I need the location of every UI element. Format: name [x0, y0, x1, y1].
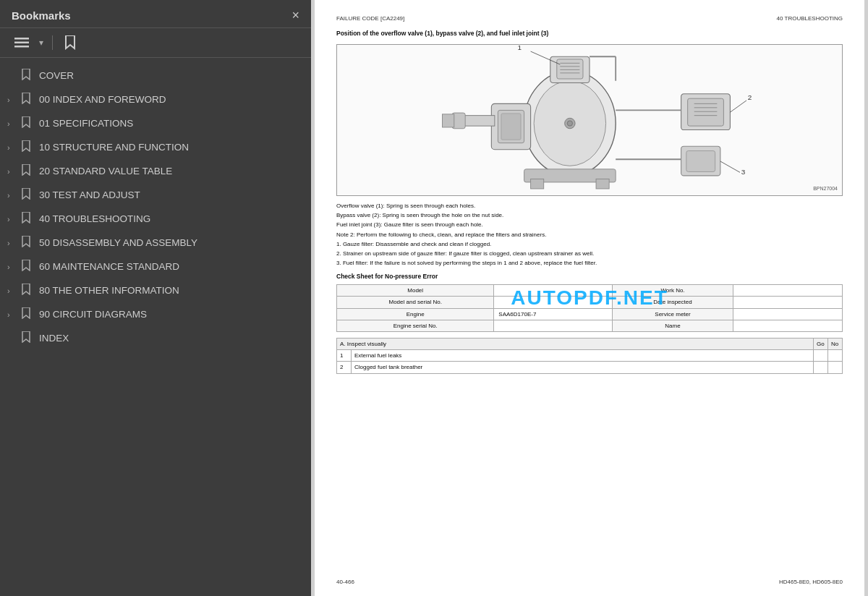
bookmark-icon: [64, 35, 76, 50]
svg-rect-10: [443, 114, 454, 127]
chevron-icon: ›: [7, 239, 17, 247]
sidebar-item-60-maint[interactable]: ›60 MAINTENANCE STANDARD: [0, 255, 311, 278]
sidebar-item-index[interactable]: INDEX: [0, 326, 311, 350]
info-cell: Service meter: [612, 308, 733, 320]
sidebar: Bookmarks × ▾ COVER›00 INDEX AND FOREWOR…: [0, 0, 311, 596]
section-title: Position of the overflow valve (1), bypa…: [336, 30, 843, 38]
no-cell: [828, 362, 843, 373]
info-table: ModelWork No.Model and serial No.Date in…: [336, 284, 843, 332]
info-cell: Model and serial No.: [337, 297, 494, 308]
info-cell: Engine: [337, 308, 494, 320]
bookmark-label: 80 THE OTHER INFORMATION: [39, 285, 299, 296]
chevron-icon: ›: [7, 215, 17, 224]
info-cell: Work No.: [612, 285, 733, 297]
go-col-header: Go: [814, 339, 828, 350]
note-line: Bypass valve (2): Spring is seen through…: [336, 211, 843, 219]
chevron-icon: ›: [7, 263, 17, 271]
svg-rect-24: [686, 151, 715, 172]
info-cell: [733, 285, 843, 297]
svg-text:1: 1: [518, 45, 522, 51]
no-cell: [828, 350, 843, 362]
bookmark-label: 50 DISASSEMBLY AND ASSEMBLY: [39, 237, 299, 248]
note-line: Overflow valve (1): Spring is seen throu…: [336, 202, 843, 210]
diagram-label: BPN27004: [813, 185, 838, 192]
info-cell: Engine serial No.: [337, 320, 494, 331]
bookmark-label: 90 CIRCUIT DIAGRAMS: [39, 309, 299, 320]
toolbar-divider: [52, 35, 53, 50]
info-cell: Model: [337, 285, 494, 297]
chevron-icon: ›: [7, 167, 17, 176]
svg-rect-18: [688, 98, 724, 126]
sidebar-item-20-std[interactable]: ›20 STANDARD VALUE TABLE: [0, 159, 311, 183]
sidebar-close-button[interactable]: ×: [292, 9, 299, 22]
svg-rect-0: [14, 38, 29, 40]
bookmark-icon: [22, 307, 35, 321]
sidebar-item-cover[interactable]: COVER: [0, 64, 311, 88]
bookmark-label: INDEX: [39, 333, 299, 344]
svg-line-31: [730, 101, 746, 112]
check-table-header: A. Inspect visually: [337, 339, 814, 350]
sidebar-item-30-test[interactable]: ›30 TEST AND ADJUST: [0, 183, 311, 207]
no-col-header: No: [828, 339, 843, 350]
list-icon: [14, 37, 29, 48]
bookmark-icon: [22, 331, 35, 345]
bookmark-icon-button[interactable]: [61, 34, 79, 51]
page-header: FAILURE CODE [CA2249] 40 TROUBLESHOOTING: [336, 14, 843, 22]
chevron-icon: ›: [7, 119, 17, 128]
info-cell: SAA6D170E-7: [494, 308, 613, 320]
info-cell: [733, 320, 843, 331]
sidebar-item-50-disasm[interactable]: ›50 DISASSEMBLY AND ASSEMBLY: [0, 231, 311, 255]
main-content: FAILURE CODE [CA2249] 40 TROUBLESHOOTING…: [311, 0, 868, 596]
bookmark-icon: [22, 93, 35, 106]
header-left: FAILURE CODE [CA2249]: [336, 14, 404, 22]
bookmark-label: 10 STRUCTURE AND FUNCTION: [39, 142, 299, 153]
info-cell: [494, 320, 613, 331]
chevron-icon: ›: [7, 310, 17, 319]
svg-rect-1: [14, 42, 29, 44]
list-view-button[interactable]: [12, 35, 32, 50]
bookmark-icon: [22, 236, 35, 250]
bookmark-icon: [22, 69, 35, 82]
bookmark-icon: [22, 260, 35, 273]
note-line: 2. Strainer on upstream side of gauze fi…: [336, 250, 843, 257]
svg-rect-36: [531, 179, 544, 189]
note-line: 1. Gauze filter: Disassemble and check a…: [336, 240, 843, 248]
info-cell: Date inspected: [612, 297, 733, 308]
sidebar-item-40-trouble[interactable]: ›40 TROUBLESHOOTING: [0, 207, 311, 231]
chevron-icon: ›: [7, 143, 17, 152]
svg-text:2: 2: [748, 93, 752, 101]
go-cell: [814, 350, 828, 362]
page-container: FAILURE CODE [CA2249] 40 TROUBLESHOOTING…: [315, 0, 864, 596]
check-table: A. Inspect visuallyGoNo1External fuel le…: [336, 338, 843, 374]
sidebar-item-01-spec[interactable]: ›01 SPECIFICATIONS: [0, 111, 311, 135]
info-cell: [494, 285, 613, 297]
svg-text:3: 3: [741, 168, 746, 176]
diagram-box: 1 2 3 BPN27004: [336, 44, 843, 196]
note-line: Note 2: Perform the following to check, …: [336, 231, 843, 239]
chevron-icon: ›: [7, 95, 17, 104]
sidebar-item-10-struct[interactable]: ›10 STRUCTURE AND FUNCTION: [0, 135, 311, 159]
svg-point-39: [567, 121, 572, 126]
sidebar-item-80-other[interactable]: ›80 THE OTHER INFORMATION: [0, 278, 311, 302]
go-cell: [814, 362, 828, 373]
info-cell: Name: [612, 320, 733, 331]
note-line: Fuel inlet joint (3): Gauze filter is se…: [336, 221, 843, 229]
sidebar-item-00-index[interactable]: ›00 INDEX AND FOREWORD: [0, 88, 311, 111]
info-cell: [494, 297, 613, 308]
info-cell: [733, 308, 843, 320]
bookmark-icon: [22, 188, 35, 202]
bookmark-label: 40 TROUBLESHOOTING: [39, 213, 299, 224]
footer-left: 40-466: [336, 578, 354, 586]
chevron-icon: ›: [7, 286, 17, 295]
header-right: 40 TROUBLESHOOTING: [777, 14, 843, 22]
note-line: 3. Fuel filter: If the failure is not so…: [336, 259, 843, 267]
sidebar-item-90-circuit[interactable]: ›90 CIRCUIT DIAGRAMS: [0, 302, 311, 326]
svg-rect-2: [14, 46, 29, 48]
row-desc: Clogged fuel tank breather: [352, 362, 814, 373]
check-sheet-title: Check Sheet for No-pressure Error: [336, 273, 843, 281]
diagram-svg: 1 2 3: [337, 45, 842, 195]
bookmarks-list: COVER›00 INDEX AND FOREWORD›01 SPECIFICA…: [0, 58, 311, 596]
bookmark-icon: [22, 284, 35, 297]
row-number: 1: [337, 350, 352, 362]
svg-rect-12: [557, 59, 583, 79]
